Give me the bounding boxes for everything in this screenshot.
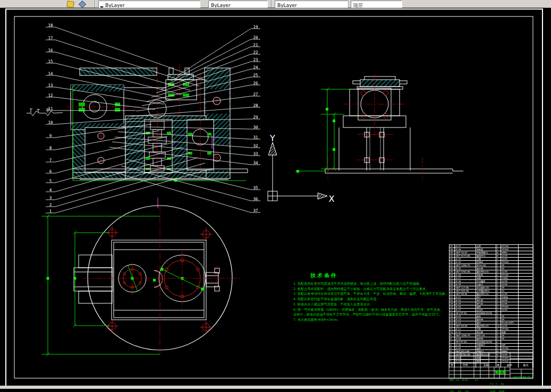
table-cell: JS-15 [455, 315, 476, 318]
table-cell: 8 [450, 337, 455, 340]
table-cell: 输出轴 [476, 267, 496, 270]
table-cell: JS-30 [455, 267, 476, 270]
table-cell: 30 [450, 267, 455, 270]
table-row: 17JS-17挡油环2Q235 [449, 308, 533, 311]
table-cell: 1 [496, 315, 501, 318]
table-row: 14JS-14蜗轮轴145 [449, 318, 533, 321]
table-cell: 20 [450, 299, 455, 302]
table-cell: 45 [501, 264, 519, 267]
table-cell: GB/T 65-85 [455, 325, 476, 327]
tech-note-line: 5. 箱体内注入规定牌号润滑油，不得混入杂质及水分。 [293, 302, 462, 307]
toolbar: ByLayer ByLayer ByLayer 随层 [0, 0, 551, 8]
table-cell: 29 [450, 270, 455, 273]
balloon-number: 15 [48, 59, 53, 64]
table-cell: 键10×50 [476, 264, 496, 267]
drawing-title: 装配图 [490, 370, 511, 375]
linetype-combo[interactable]: ByLayer [208, 1, 268, 8]
table-row: 26JS-26放油螺塞1Q235 [449, 279, 533, 283]
table-cell: 2 [496, 258, 501, 260]
table-cell: 26 [450, 280, 455, 283]
table-row: 5JS-05端盖2HT150 [449, 346, 533, 350]
table-cell: GB/T 825-88 [455, 289, 476, 292]
table-cell: 10 [450, 331, 455, 334]
table-row: 20JS-20视孔盖1Q235 [449, 299, 533, 302]
color-combo[interactable]: ByLayer [98, 1, 200, 8]
table-cell: JS-28 [455, 274, 476, 276]
table-cell [519, 277, 533, 279]
table-cell: 18 [450, 305, 455, 308]
table-cell: 65Mn [501, 251, 519, 254]
table-cell: 45 [501, 315, 519, 318]
table-cell: 1 [496, 264, 501, 267]
tool-icon-blue-diamond[interactable] [79, 1, 86, 8]
table-row: 9GB/T 1096-79键8×28145 [449, 334, 533, 337]
table-cell: Q235 [501, 325, 519, 327]
table-cell: 1 [496, 299, 501, 302]
table-cell: JS-17 [455, 309, 476, 311]
table-cell: HT200 [501, 356, 519, 359]
table-cell: JS-26 [455, 280, 476, 283]
linetype-combo-value: ByLayer [209, 3, 231, 8]
table-cell [519, 331, 533, 334]
balloon-number: 29 [253, 115, 258, 120]
drawing-canvas[interactable]: Y X [0, 7, 551, 389]
table-cell: 6 [450, 344, 455, 346]
table-cell: Q235 [501, 283, 519, 286]
balloon-number: 18 [48, 23, 53, 28]
table-cell: 2 [496, 344, 501, 346]
side-view [295, 74, 463, 181]
table-cell: 21 [450, 296, 455, 299]
table-cell: JS-13 [455, 321, 476, 324]
plotstyle-combo[interactable]: 随层 [351, 1, 402, 8]
table-cell [519, 274, 533, 276]
table-cell: 6 [496, 251, 501, 254]
table-cell: 4 [496, 270, 501, 273]
table-cell: 1 [496, 261, 501, 263]
table-cell [519, 283, 533, 286]
table-cell: HT150 [501, 274, 519, 276]
table-row: 31GB/T 1096-79键10×50145 [449, 263, 533, 267]
title-block-entry: ×× [457, 390, 462, 392]
table-row: 1JS-01箱体1HT200 [449, 359, 533, 362]
table-row: 37JS-37压盖1HT150 [449, 244, 533, 248]
table-row: 19JS-19通气器1Q235 [449, 302, 533, 305]
table-cell: 挡油环 [476, 309, 496, 311]
table-cell: 1 [496, 296, 501, 299]
window-bottom-strip [0, 386, 551, 389]
balloon-number: 5 [49, 178, 52, 183]
table-cell: GB/T 1096-79 [455, 264, 476, 267]
table-row: 16GB 297-84滚动轴承302082 [449, 311, 533, 314]
table-cell: 1 [450, 360, 455, 362]
table-cell: 9 [450, 334, 455, 337]
table-cell: 24 [450, 286, 455, 289]
plotstyle-combo-value: 随层 [351, 2, 363, 8]
balloon-number: 26 [253, 81, 258, 86]
table-row: 2JS-02底座1HT200 [449, 356, 533, 359]
table-cell: GB/T 65-85 [455, 293, 476, 295]
table-cell: 45 [501, 337, 519, 340]
table-cell: 31 [450, 264, 455, 267]
table-cell [519, 293, 533, 295]
tool-icon-yellow[interactable] [66, 1, 74, 8]
table-cell: JS-33 [455, 258, 476, 260]
table-row: 15JS-15套筒145 [449, 314, 533, 318]
table-cell: 螺栓M8×30 [476, 270, 496, 273]
lineweight-combo[interactable]: ByLayer [275, 1, 348, 8]
title-block-entry: 6.10 [462, 379, 468, 381]
table-cell: 联轴器 [476, 261, 496, 263]
table-cell [519, 344, 533, 346]
tech-note-line: 6. 用一号钙基润滑脂（GB491）润滑轴承，装配前（滚动）轴承在汽油、煤油中清… [293, 307, 462, 312]
table-cell [519, 248, 533, 251]
title-block-entry: ×× [474, 379, 479, 381]
table-cell: 石棉纸 [501, 296, 519, 299]
title-block-entry: ×× [455, 379, 460, 381]
table-cell [519, 296, 533, 299]
table-cell: 1 [496, 356, 501, 359]
table-cell: 3 [450, 353, 455, 356]
table-cell: 垫圈12 [476, 350, 496, 353]
table-cell: 08F [501, 344, 519, 346]
table-cell: 橡胶 [501, 331, 519, 334]
table-cell [519, 245, 533, 248]
org-name: 机械设计课程设计 [511, 376, 533, 379]
balloon-number: 2 [49, 202, 52, 207]
